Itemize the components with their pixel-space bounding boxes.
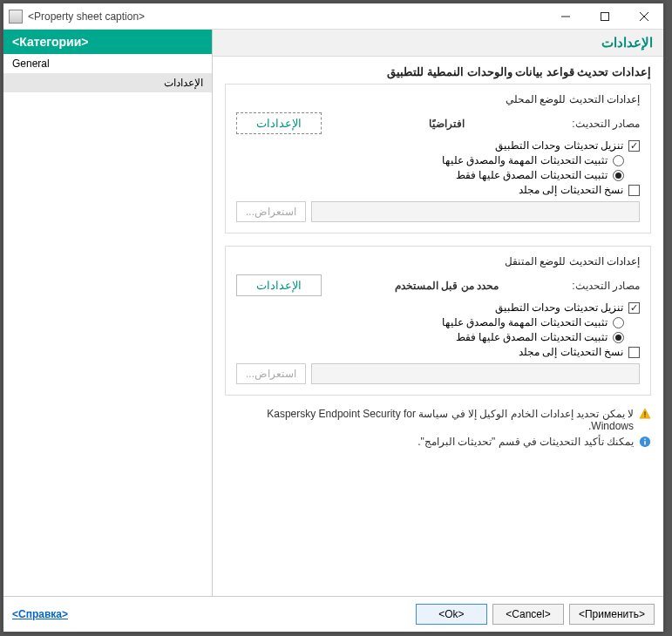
content-area: <Категории> General الإعدادات الإعدادات …	[3, 30, 663, 596]
svg-rect-5	[644, 411, 645, 415]
mobile-download-modules-label: تنزيل تحديثات وحدات التطبيق	[495, 301, 623, 314]
main-panel: الإعدادات إعدادات تحديث قواعد بيانات وال…	[213, 30, 663, 596]
footer: <Справка> <Ok> <Cancel> <Применить>	[3, 596, 663, 632]
apply-button[interactable]: <Применить>	[569, 604, 655, 625]
radio-icon	[613, 170, 624, 181]
mobile-install-approved-row[interactable]: تثبيت التحديثات المصدق عليها فقط	[236, 331, 640, 343]
property-sheet-window: <Property sheet caption> <Категории> Gen…	[3, 3, 664, 633]
mobile-path-row: استعراض...	[236, 363, 640, 384]
proxy-warning-note: لا يمكن تحديد إعدادات الخادم الوكيل إلا …	[225, 408, 651, 432]
mobile-browse-button: استعراض...	[236, 363, 306, 384]
titlebar: <Property sheet caption>	[3, 3, 663, 30]
local-path-input	[311, 201, 640, 222]
mobile-download-modules-row[interactable]: تنزيل تحديثات وحدات التطبيق	[236, 301, 640, 314]
radio-icon	[613, 332, 624, 343]
mobile-install-approved-label: تثبيت التحديثات المصدق عليها فقط	[456, 331, 608, 343]
main-header: الإعدادات	[213, 30, 663, 57]
mobile-install-important-row[interactable]: تثبيت التحديثات المهمة والمصدق عليها	[236, 316, 640, 328]
svg-rect-8	[644, 441, 645, 444]
local-browse-button: استعراض...	[236, 201, 306, 222]
mobile-install-important-label: تثبيت التحديثات المهمة والمصدق عليها	[442, 316, 608, 328]
mobile-copy-folder-label: نسخ التحديثات إلى مجلد	[519, 346, 623, 358]
section-title: إعدادات تحديث قواعد بيانات والوحدات النم…	[225, 65, 651, 78]
info-icon	[639, 436, 651, 448]
mobile-group-title: إعدادات التحديث للوضع المتنقل	[236, 255, 640, 267]
mobile-sources-value: محدد من قبل المستخدم	[329, 280, 565, 292]
svg-rect-1	[601, 12, 608, 20]
local-sources-label: مصادر التحديث:	[572, 118, 640, 130]
app-icon	[9, 10, 23, 24]
warning-icon	[639, 408, 651, 420]
local-install-important-label: تثبيت التحديثات المهمة والمصدق عليها	[442, 154, 608, 166]
mobile-update-group: إعدادات التحديث للوضع المتنقل مصادر التح…	[225, 246, 651, 396]
checkbox-icon	[628, 140, 640, 152]
cancel-button[interactable]: <Cancel>	[492, 604, 564, 625]
checkbox-icon	[628, 302, 640, 314]
mobile-sources-label: مصادر التحديث:	[572, 280, 640, 292]
updates-info-text: يمكنك تأكيد التحديثات في قسم "تحديثات ال…	[417, 436, 634, 448]
local-copy-folder-row[interactable]: نسخ التحديثات إلى مجلد	[236, 184, 640, 196]
minimize-button[interactable]	[546, 3, 585, 30]
updates-info-note: يمكنك تأكيد التحديثات في قسم "تحديثات ال…	[225, 436, 651, 448]
checkbox-icon	[628, 347, 640, 358]
local-install-approved-row[interactable]: تثبيت التحديثات المصدق عليها فقط	[236, 169, 640, 181]
mobile-settings-button[interactable]: الإعدادات	[236, 274, 322, 296]
local-update-group: إعدادات التحديث للوضع المحلي مصادر التحد…	[225, 84, 651, 233]
maximize-button[interactable]	[585, 3, 624, 30]
local-install-important-row[interactable]: تثبيت التحديثات المهمة والمصدق عليها	[236, 154, 640, 166]
local-path-row: استعراض...	[236, 201, 640, 222]
local-group-title: إعدادات التحديث للوضع المحلي	[236, 93, 640, 105]
close-button[interactable]	[624, 3, 663, 30]
main-body: إعدادات تحديث قواعد بيانات والوحدات النم…	[213, 57, 663, 596]
checkbox-icon	[628, 185, 640, 196]
svg-rect-6	[644, 416, 645, 417]
categories-header: <Категории>	[3, 30, 212, 54]
sidebar: <Категории> General الإعدادات	[3, 30, 213, 596]
local-download-modules-row[interactable]: تنزيل تحديثات وحدات التطبيق	[236, 139, 640, 152]
radio-icon	[613, 155, 624, 166]
local-download-modules-label: تنزيل تحديثات وحدات التطبيق	[495, 139, 623, 152]
mobile-copy-folder-row[interactable]: نسخ التحديثات إلى مجلد	[236, 346, 640, 358]
proxy-warning-text: لا يمكن تحديد إعدادات الخادم الوكيل إلا …	[225, 408, 634, 432]
ok-button[interactable]: <Ok>	[416, 604, 487, 625]
help-link[interactable]: <Справка>	[12, 608, 68, 620]
sidebar-item-general[interactable]: General	[3, 54, 212, 73]
radio-icon	[613, 317, 624, 328]
local-settings-button[interactable]: الإعدادات	[236, 112, 322, 134]
local-sources-value: افتراضيًا	[329, 118, 565, 130]
window-title: <Property sheet caption>	[28, 10, 546, 23]
mobile-path-input	[311, 363, 640, 384]
local-copy-folder-label: نسخ التحديثات إلى مجلد	[519, 184, 623, 196]
svg-rect-9	[644, 439, 645, 440]
sidebar-item-settings[interactable]: الإعدادات	[3, 73, 212, 92]
local-install-approved-label: تثبيت التحديثات المصدق عليها فقط	[456, 169, 608, 181]
